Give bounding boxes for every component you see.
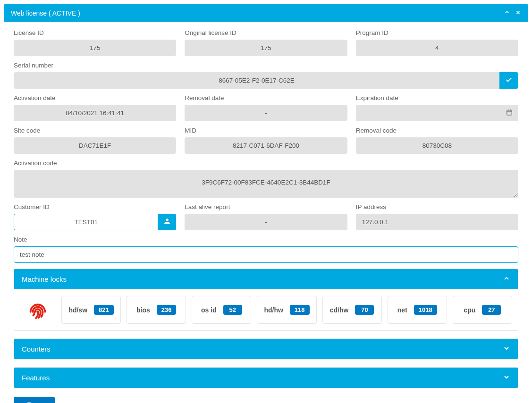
machine-locks-title: Machine locks <box>22 275 67 283</box>
features-title: Features <box>22 374 50 382</box>
lock-badge: 118 <box>290 305 310 315</box>
serial-number-label: Serial number <box>14 62 518 69</box>
expiration-date-field[interactable] <box>356 105 500 121</box>
svg-rect-2 <box>507 110 512 115</box>
machine-locks-panel: Machine locks hd/sw821bios236os id52hd/h… <box>14 269 518 331</box>
fingerprint-icon <box>20 299 56 321</box>
machine-locks-body: hd/sw821bios236os id52hd/hw118cd/hw70net… <box>14 289 518 330</box>
customer-id-field[interactable] <box>14 214 158 230</box>
removal-date-label: Removal date <box>185 94 347 101</box>
license-id-field <box>14 40 176 56</box>
features-panel: Features <box>14 367 518 388</box>
lock-card: hd/hw118 <box>257 296 316 324</box>
lock-card: cd/hw70 <box>322 296 382 324</box>
program-id-label: Program ID <box>356 29 518 36</box>
lock-label: hd/hw <box>264 306 283 314</box>
lock-card: cpu27 <box>453 296 512 324</box>
close-icon[interactable] <box>515 9 521 17</box>
site-code-label: Site code <box>14 127 176 134</box>
save-button[interactable]: Save <box>14 397 55 403</box>
panel-header-actions <box>504 9 521 17</box>
expiration-calendar-button[interactable] <box>500 105 518 121</box>
lock-card: net1018 <box>388 296 447 324</box>
license-panel: Web license ( ACTIVE ) License ID Origin… <box>4 4 528 403</box>
lock-label: hd/sw <box>68 306 87 314</box>
counters-header[interactable]: Counters <box>14 339 518 359</box>
ip-address-field <box>356 214 518 230</box>
customer-lookup-button[interactable] <box>158 214 176 230</box>
check-icon <box>505 76 513 85</box>
mid-field <box>185 137 347 154</box>
panel-header: Web license ( ACTIVE ) <box>4 4 528 22</box>
activation-code-label: Activation code <box>14 160 518 167</box>
lock-label: net <box>397 306 407 314</box>
lock-label: bios <box>136 306 150 314</box>
chevron-down-icon <box>503 344 510 353</box>
note-field[interactable] <box>14 246 518 263</box>
mid-label: MID <box>185 127 347 134</box>
serial-confirm-button[interactable] <box>499 72 518 89</box>
note-label: Note <box>14 236 518 243</box>
original-license-id-label: Original license ID <box>185 29 347 36</box>
activation-date-field <box>14 105 176 121</box>
counters-panel: Counters <box>14 338 518 360</box>
collapse-icon[interactable] <box>504 9 510 17</box>
customer-id-label: Customer ID <box>14 203 176 210</box>
activation-date-label: Activation date <box>14 94 176 101</box>
lock-card: hd/sw821 <box>61 296 121 324</box>
lock-label: cd/hw <box>330 306 349 314</box>
removal-code-label: Removal code <box>356 127 518 134</box>
lock-badge: 236 <box>157 305 177 315</box>
lock-label: cpu <box>464 306 475 314</box>
ip-address-label: IP address <box>356 203 518 210</box>
chevron-down-icon <box>503 373 510 382</box>
site-code-field <box>14 137 176 154</box>
last-alive-label: Last alive report <box>185 203 347 210</box>
chevron-up-icon <box>503 275 510 284</box>
lock-badge: 27 <box>482 305 501 315</box>
lock-badge: 52 <box>223 305 242 315</box>
activation-code-field <box>14 170 518 198</box>
lock-card: os id52 <box>192 296 251 324</box>
removal-date-field <box>185 105 347 121</box>
license-id-label: License ID <box>14 29 176 36</box>
panel-title: Web license ( ACTIVE ) <box>11 9 80 17</box>
serial-number-field <box>14 72 499 89</box>
lock-badge: 1018 <box>414 305 437 315</box>
lock-badge: 821 <box>94 305 114 315</box>
original-license-id-field <box>185 40 347 56</box>
expiration-date-label: Expiration date <box>356 94 518 101</box>
calendar-icon <box>506 109 513 117</box>
last-alive-field <box>185 214 347 230</box>
removal-code-field <box>356 137 518 154</box>
panel-body: License ID Original license ID Program I… <box>4 22 528 403</box>
lock-card: bios236 <box>127 296 186 324</box>
program-id-field <box>356 40 518 56</box>
features-header[interactable]: Features <box>14 368 518 388</box>
counters-title: Counters <box>22 345 51 353</box>
lock-label: os id <box>201 306 217 314</box>
user-icon <box>164 218 170 226</box>
lock-badge: 70 <box>355 305 374 315</box>
machine-locks-header[interactable]: Machine locks <box>14 269 518 289</box>
